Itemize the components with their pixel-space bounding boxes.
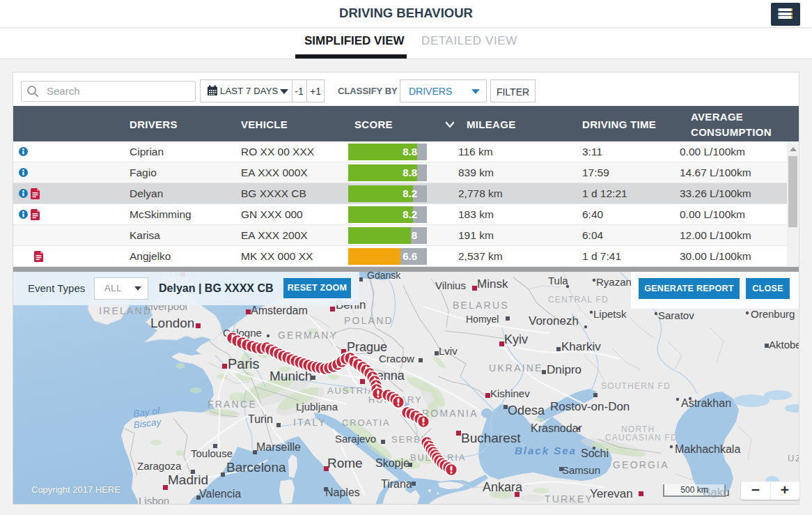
svg-text:Vilnius: Vilnius [435,279,466,291]
svg-text:Gdansk: Gdansk [367,272,401,281]
svg-text:ITALY: ITALY [293,417,327,428]
svg-text:UZ: UZ [788,453,799,463]
svg-text:Samsun: Samsun [562,464,600,476]
svg-text:GEORGIA: GEORGIA [613,459,669,470]
svg-text:Lipetsk: Lipetsk [593,308,627,320]
svg-text:Tula: Tula [548,275,568,286]
svg-text:Voronezh: Voronezh [529,314,579,328]
svg-text:London: London [150,316,194,330]
svg-text:Turin: Turin [248,413,273,425]
svg-text:Cracow: Cracow [379,353,414,364]
svg-text:Naples: Naples [325,486,360,498]
svg-text:Black Sea: Black Sea [515,445,577,456]
svg-text:Prague: Prague [347,340,387,354]
svg-text:Madrid: Madrid [168,472,208,487]
svg-text:SOUTHERN FD: SOUTHERN FD [601,381,671,391]
svg-text:Amsterdam: Amsterdam [251,305,308,316]
svg-text:Kyiv: Kyiv [504,332,528,346]
svg-text:Marseille: Marseille [256,441,301,453]
svg-text:CAUCASIAN FD: CAUCASIAN FD [605,433,678,443]
svg-text:Bucharest: Bucharest [461,431,521,445]
svg-text:Lviv: Lviv [439,345,458,357]
svg-text:Kharkiv: Kharkiv [561,340,601,353]
svg-text:Saratov: Saratov [658,309,694,321]
svg-text:Yerevan: Yerevan [590,487,633,500]
svg-text:Dnipro: Dnipro [547,363,581,376]
svg-text:Tirana: Tirana [381,478,412,490]
svg-text:Ryazan: Ryazan [596,276,632,288]
svg-text:Minsk: Minsk [477,277,508,291]
svg-text:BELARUS: BELARUS [453,300,509,311]
svg-text:Krasnodar: Krasnodar [531,422,582,434]
svg-text:Bay ofBiscay: Bay ofBiscay [132,406,163,431]
svg-text:Homyel: Homyel [466,314,499,325]
svg-text:POLAND: POLAND [344,315,393,326]
svg-text:Paris: Paris [228,356,260,371]
svg-text:Toulouse: Toulouse [191,447,233,459]
svg-text:CROATIA: CROATIA [342,417,390,428]
svg-text:Astrakhan: Astrakhan [681,397,731,409]
svg-text:TURKEY: TURKEY [545,493,593,505]
svg-text:Valencia: Valencia [199,488,241,500]
svg-text:Zaragoza: Zaragoza [137,460,182,472]
svg-text:UKRAINE: UKRAINE [489,362,543,374]
svg-text:FRANCE: FRANCE [208,399,257,410]
svg-text:Rome: Rome [327,456,363,470]
svg-text:ROMANIA: ROMANIA [422,408,478,419]
svg-text:Skopje: Skopje [375,457,409,469]
svg-text:Barcelona: Barcelona [226,460,286,475]
svg-text:Sarajevo: Sarajevo [335,433,376,445]
svg-text:Ljubljana: Ljubljana [296,401,338,413]
svg-text:Aktobe: Aktobe [769,339,799,351]
svg-text:Odesa: Odesa [508,403,545,417]
svg-text:Kishinev: Kishinev [490,387,530,399]
svg-text:Makhachkala: Makhachkala [675,443,740,455]
svg-text:Rostov-on-Don: Rostov-on-Don [550,400,630,413]
svg-text:IRELAND: IRELAND [99,305,152,316]
svg-text:Orenburg: Orenburg [751,308,795,320]
svg-text:CENTRAL FD: CENTRAL FD [548,295,609,305]
svg-text:GERMANY: GERMANY [278,330,338,341]
svg-text:Lisbon: Lisbon [139,495,169,505]
